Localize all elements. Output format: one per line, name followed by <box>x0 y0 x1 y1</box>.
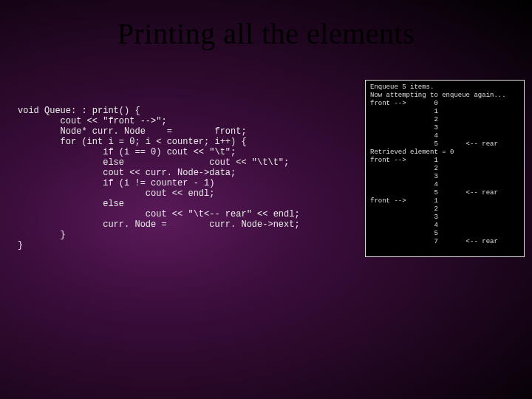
slide-title: Printing all the elements <box>0 16 532 51</box>
code-block: void Queue: : print() { cout << "front -… <box>18 106 300 250</box>
terminal-output: Enqueue 5 items. Now attempting to enque… <box>365 80 525 257</box>
